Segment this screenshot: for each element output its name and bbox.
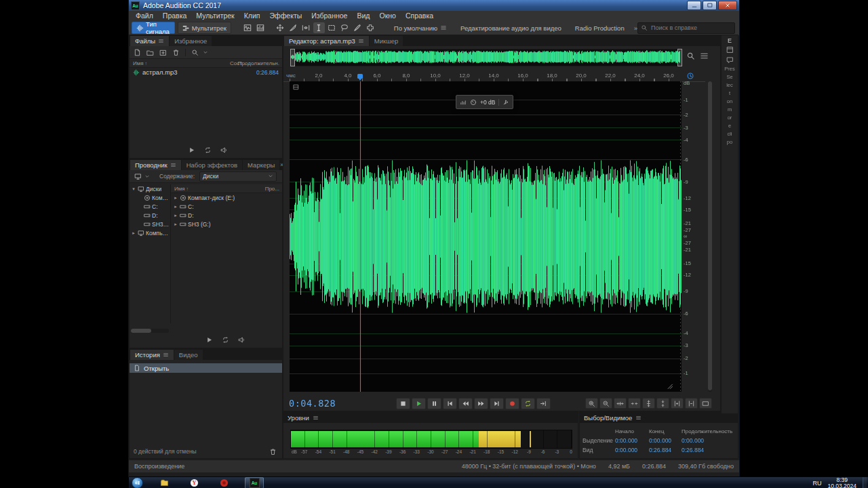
help-search-box[interactable] <box>637 22 735 34</box>
play-icon[interactable] <box>412 398 426 409</box>
help-search-input[interactable] <box>650 24 732 32</box>
loop-icon[interactable] <box>521 398 535 409</box>
tree-item[interactable]: SH3 (G:) <box>130 220 170 228</box>
marquee-tool-icon[interactable] <box>326 22 338 33</box>
clock[interactable]: 8:39 10.03.2024 <box>827 477 856 488</box>
skip-forward-icon[interactable] <box>490 398 504 409</box>
open-folder-icon[interactable] <box>145 47 155 57</box>
overview-right-handle[interactable] <box>677 49 682 66</box>
dock-panel-label[interactable]: or <box>728 115 732 121</box>
column-name[interactable]: Имя <box>133 60 147 66</box>
trash-icon[interactable] <box>171 47 181 57</box>
paintbrush-tool-icon[interactable] <box>352 22 363 33</box>
tab-history[interactable]: История <box>130 350 174 360</box>
taskbar-yandex-icon[interactable]: Y <box>185 478 203 488</box>
playhead-handle[interactable] <box>357 74 363 79</box>
close-button[interactable] <box>718 1 737 10</box>
dock-panel-label[interactable]: po <box>727 140 732 145</box>
menu-item[interactable]: Эффекты <box>265 11 307 20</box>
panel-menu-icon[interactable] <box>358 38 364 44</box>
panel-menu-icon[interactable] <box>170 162 176 168</box>
zoom-in-vertical-icon[interactable] <box>642 398 655 409</box>
trash-icon[interactable] <box>268 447 278 456</box>
dock-panel-label[interactable]: m <box>728 107 732 113</box>
start-button[interactable] <box>132 477 143 488</box>
minimize-button[interactable] <box>687 1 701 10</box>
waveform-view-button[interactable]: Тип сигнала <box>132 22 175 34</box>
chevron-down-icon[interactable] <box>203 47 208 57</box>
tab-editor[interactable]: Редактор: астрал.mp3 <box>284 36 369 46</box>
show-spectrum-icon[interactable] <box>255 22 267 33</box>
menu-item[interactable]: Окно <box>374 11 400 20</box>
column-duration[interactable]: Про... <box>265 186 279 192</box>
zoom-out-icon[interactable] <box>599 398 612 409</box>
column-name[interactable]: Имя <box>174 186 189 192</box>
view-end[interactable]: 0:26.884 <box>649 447 682 453</box>
drive-row[interactable]: SH3 (G:) <box>171 220 282 228</box>
tab-favorites[interactable]: Избранное <box>170 36 212 46</box>
drive-row[interactable]: C: <box>171 202 282 211</box>
workspace-audio-video[interactable]: Редактирование аудио для видео <box>460 24 561 32</box>
channel-selector-icon[interactable] <box>293 84 299 90</box>
autoplay-speaker-icon[interactable] <box>220 146 228 154</box>
tree-item[interactable]: Диски <box>130 184 170 193</box>
tree-item[interactable]: Компьютер <box>130 228 170 237</box>
record-icon[interactable] <box>505 398 519 409</box>
hud-pin-icon[interactable] <box>498 99 509 106</box>
dock-panel-label[interactable]: Se <box>726 75 732 80</box>
zoom-out-horizontal-icon[interactable] <box>628 398 641 409</box>
drive-row[interactable]: Компакт-диск (Е:) <box>171 193 282 202</box>
play-icon[interactable] <box>205 336 213 344</box>
tab-files[interactable]: Файлы <box>130 36 169 46</box>
folder-tree[interactable]: ДискиКомпакт-диск (Е:)C:D:SH3 (G:)Компью… <box>130 184 171 323</box>
time-display[interactable]: 0:04.828 <box>289 398 336 409</box>
razor-tool-icon[interactable] <box>288 22 299 33</box>
history-entry[interactable]: Открыть <box>130 363 282 373</box>
menu-item[interactable]: Справка <box>401 11 438 20</box>
search-icon[interactable] <box>190 47 200 57</box>
column-duration[interactable]: Продолжительн. <box>238 60 279 66</box>
dock-panel-label[interactable]: e <box>728 123 731 129</box>
level-meter[interactable] <box>290 430 572 449</box>
overview-strip[interactable] <box>290 49 682 66</box>
move-tool-icon[interactable] <box>275 22 286 33</box>
taskbar-explorer-icon[interactable] <box>155 478 173 488</box>
skip-back-icon[interactable] <box>443 398 457 409</box>
content-dropdown[interactable]: Диски <box>199 171 277 182</box>
new-bin-icon[interactable] <box>158 47 168 57</box>
selection-start[interactable]: 0:00.000 <box>615 437 649 444</box>
hud-volume[interactable]: +0 dB <box>456 95 513 109</box>
overview-left-handle[interactable] <box>290 49 295 66</box>
taskbar-recorder-icon[interactable] <box>215 478 233 488</box>
time-selection-tool-icon[interactable] <box>313 22 325 33</box>
maximize-button[interactable] <box>703 1 717 10</box>
chevron-down-icon[interactable] <box>144 171 150 181</box>
pause-icon[interactable] <box>427 398 441 409</box>
import-file-icon[interactable] <box>132 47 142 57</box>
workspace-radio[interactable]: Radio Production <box>575 24 625 32</box>
dock-panel-label[interactable]: Pres <box>724 66 734 72</box>
fast-forward-icon[interactable] <box>474 398 488 409</box>
menu-item[interactable]: Правка <box>158 11 191 20</box>
zoom-in-icon[interactable] <box>585 398 598 409</box>
tree-item[interactable]: D: <box>130 211 170 220</box>
zoom-selection-out-icon[interactable] <box>685 398 698 409</box>
file-row[interactable]: астрал.mp3 0:26.884 <box>130 68 282 77</box>
tab-video[interactable]: Видео <box>174 350 203 360</box>
rewind-icon[interactable] <box>458 398 473 409</box>
autoplay-speaker-icon[interactable] <box>238 336 245 344</box>
volume-knob-icon[interactable] <box>470 99 477 106</box>
play-icon[interactable] <box>188 146 195 154</box>
slip-tool-icon[interactable] <box>300 22 312 33</box>
menu-item[interactable]: Клип <box>239 11 265 20</box>
panel-menu-icon[interactable] <box>163 352 169 358</box>
tab-media-browser[interactable]: Проводник <box>130 160 181 170</box>
multitrack-view-button[interactable]: Мультитрек <box>178 22 231 34</box>
selection-duration[interactable]: 0:00.000 <box>682 437 736 444</box>
menu-item[interactable]: Мультитрек <box>191 11 239 20</box>
language-indicator[interactable]: RU <box>812 480 821 487</box>
loop-icon[interactable] <box>222 336 229 344</box>
skip-selection-icon[interactable] <box>536 398 551 409</box>
vertical-scrollbar[interactable] <box>708 81 712 392</box>
show-desktop-button[interactable] <box>863 477 867 488</box>
